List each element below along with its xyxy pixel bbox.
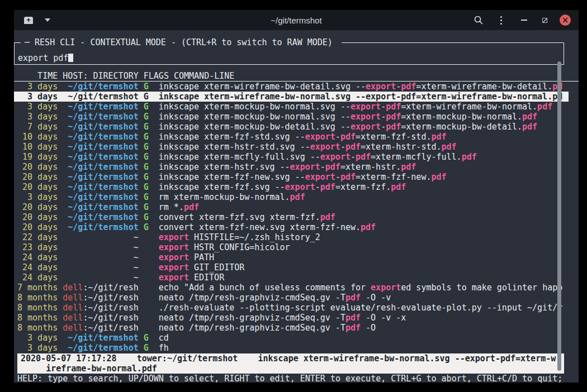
history-row[interactable]: 22 days~export HISTFILE=~/.zsh_history_2 (14, 232, 569, 242)
history-row[interactable]: 8 monthsdell:~/git/reshneato /tmp/resh-g… (14, 313, 569, 323)
history-row[interactable]: 23 days~export HSTR_CONFIG=hicolor (14, 242, 569, 252)
minimize-button[interactable] (517, 13, 531, 27)
command-text: echo "Add a bunch of useless comments fo… (159, 283, 371, 293)
command-text: =xterm-wireframe-bw-detail. (416, 82, 552, 92)
history-row[interactable]: 3 days~/git/termshotGinkscape xterm-wire… (14, 92, 569, 102)
row-command: convert xterm-fzf.svg xterm-fzf.pdf (159, 212, 335, 222)
row-command: inkscape xterm-fzf-std.svg --export-pdf=… (159, 132, 447, 142)
row-host: dell (63, 323, 83, 333)
row-command: neato /tmp/resh-graphviz-cmdSeq.gv -Tpdf… (159, 313, 406, 323)
row-command: ./resh-evaluate --plotting-script evalua… (159, 303, 562, 313)
history-row[interactable]: 20 days~/git/termshotGinkscape xterm-fzf… (14, 172, 569, 182)
command-match-text: pdf (184, 202, 199, 212)
row-flags: G (144, 112, 149, 122)
history-row[interactable]: 24 days~export PATH (14, 252, 569, 262)
scrollbar-thumb[interactable] (557, 61, 561, 371)
search-input[interactable]: export pdf (18, 53, 73, 63)
row-command: inkscape xterm-hstr-std.svg --export-pdf… (159, 142, 457, 152)
row-flags (144, 252, 149, 262)
command-text: =xterm-wireframe-bw-normal. (401, 102, 537, 112)
history-row[interactable]: 7 monthsdell:~/git/reshecho "Add a bunch… (14, 283, 569, 293)
menu-button[interactable] (494, 13, 508, 27)
row-host-directory: ~ (63, 252, 138, 262)
search-button[interactable] (472, 13, 485, 27)
command-text: =xterm-fzf. (335, 182, 391, 192)
history-row[interactable]: 20 days~/git/termshotGrm *.pdf (14, 202, 569, 212)
close-button[interactable]: × (560, 15, 571, 26)
history-row[interactable]: 3 days~/git/termshotGrm xterm-mockup-bw-… (14, 192, 569, 202)
history-row[interactable]: 20 days~/git/termshotGconvert xterm-fzf.… (14, 212, 569, 222)
row-host-directory: ~/git/termshot (63, 132, 138, 142)
command-text: - (396, 82, 401, 92)
command-match-text: pdf (522, 112, 537, 122)
row-host-directory: ~/git/termshot (63, 112, 138, 122)
history-row[interactable]: 20 days~/git/termshotGinkscape xterm-fzf… (14, 182, 569, 192)
row-flags: G (144, 152, 149, 162)
history-row[interactable]: 3 days~/git/termshotGinkscape xterm-mock… (14, 112, 569, 122)
row-time: 20 days (17, 182, 58, 192)
command-text: - (335, 132, 340, 142)
row-host-directory: ~/git/termshot (63, 162, 138, 172)
history-row[interactable]: 20 days~/git/termshotGconvert xterm-fzf-… (14, 222, 569, 232)
command-match-text: pdf (442, 142, 457, 152)
row-host-directory: ~/git/termshot (63, 82, 138, 92)
command-text: convert xterm-fzf.svg xterm-fzf. (159, 212, 320, 222)
search-box-title: ─ RESH CLI - CONTEXTUAL MODE - (CTRL+R t… (21, 37, 342, 47)
row-host-directory: ~/git/termshot (63, 172, 138, 182)
new-tab-button[interactable] (21, 13, 36, 27)
row-host-directory: ~ (63, 262, 138, 273)
history-row[interactable]: 3 days~/git/termshotGinkscape xterm-wire… (14, 82, 569, 92)
history-row[interactable]: 8 monthsdell:~/git/reshneato /tmp/resh-g… (14, 293, 569, 303)
history-row[interactable]: 10 days~/git/termshotGinkscape xterm-fzf… (14, 132, 569, 142)
row-directory: :~/git/resh (83, 323, 138, 333)
row-host-directory: dell:~/git/resh (63, 313, 138, 323)
history-row[interactable]: 7 days~/git/termshotGinkscape xterm-mock… (14, 122, 569, 132)
command-match-text: export (351, 102, 381, 112)
history-row[interactable]: 24 days~export GIT_EDITOR (14, 262, 569, 273)
history-row[interactable]: 24 days~export EDITOR (14, 273, 569, 283)
column-header: TIME HOST: DIRECTORY FLAGS COMMAND-LINE (14, 71, 579, 82)
history-row[interactable]: 10 days~/git/termshotGinkscape xterm-hst… (14, 142, 569, 152)
history-list: 3 days~/git/termshotGinkscape xterm-wire… (14, 82, 569, 353)
row-time: 3 days (17, 82, 58, 92)
row-flags: G (144, 192, 149, 202)
row-command: export GIT_EDITOR (159, 262, 245, 273)
row-host-directory: ~/git/termshot (63, 222, 138, 232)
row-time: 3 days (17, 102, 58, 112)
row-flags: G (144, 132, 149, 142)
history-row[interactable]: 3 days~/git/termshotGinkscape xterm-mock… (14, 102, 569, 112)
row-time: 7 days (17, 122, 58, 132)
row-flags: G (144, 333, 149, 343)
status-line-2: ireframe-bw-normal.pdf (21, 364, 564, 374)
command-match-text: export (351, 122, 381, 132)
row-flags: G (144, 82, 149, 92)
command-match-text: pdf (340, 132, 356, 142)
command-match-text: pdf (537, 102, 552, 112)
command-text: - (381, 122, 386, 132)
scrollbar-track (557, 61, 561, 371)
command-text: =xterm-hstr. (340, 162, 401, 172)
command-text: rm *. (159, 202, 184, 212)
history-row[interactable]: 3 days~/git/termshotGcd (14, 333, 569, 343)
row-host-directory: ~ (63, 273, 138, 283)
command-match-text: export (305, 172, 335, 182)
command-text: ed symbols to make golinter happ (401, 283, 562, 293)
chevron-down-icon[interactable] (45, 18, 50, 22)
titlebar-right-controls: × (472, 10, 579, 30)
command-text: GIT_EDITOR (189, 262, 244, 273)
history-row[interactable]: 20 days~/git/termshotGinkscape xterm-hst… (14, 162, 569, 172)
command-match-text: pdf (345, 323, 361, 333)
history-row[interactable]: 3 days~/git/termshotGfh (14, 343, 569, 353)
command-match-text: export (159, 262, 189, 273)
history-row[interactable]: 8 monthsdell:~/git/reshneato /tmp/resh-g… (14, 323, 569, 333)
history-row[interactable]: 19 days~/git/termshotGinkscape xterm-mcf… (14, 152, 569, 162)
row-command: neato /tmp/resh-graphviz-cmdSeq.gv -Tpdf… (159, 293, 391, 303)
command-match-text: pdf (401, 162, 416, 172)
command-match-text: export (371, 283, 401, 293)
restore-button[interactable] (538, 13, 551, 27)
command-text: - (381, 102, 386, 112)
command-text: =xterm-mcfly-full. (371, 152, 462, 162)
command-match-text: pdf (462, 152, 477, 162)
command-text: inkscape xterm-fzf-std.svg -- (159, 132, 305, 142)
history-row[interactable]: 8 monthsdell:~/git/resh./resh-evaluate -… (14, 303, 569, 313)
